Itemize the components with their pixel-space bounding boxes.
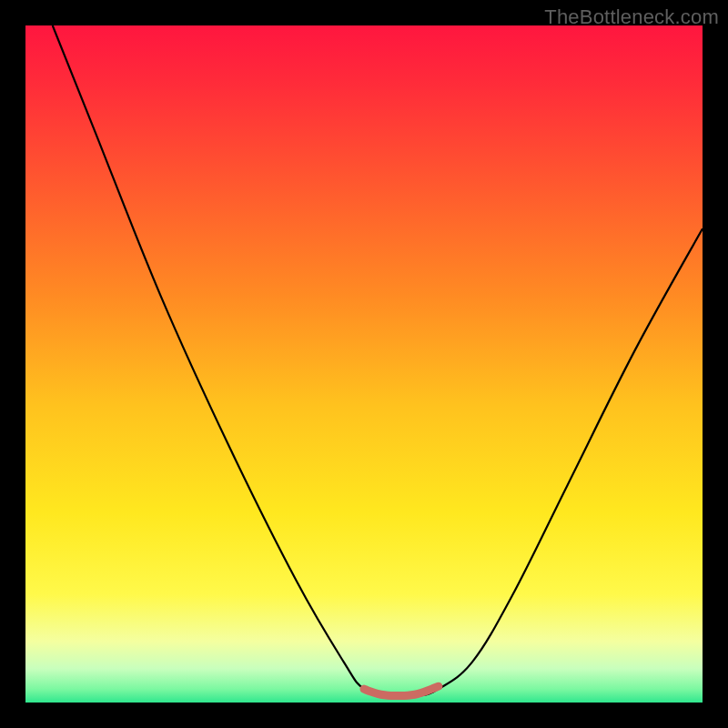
- bottleneck-curve: [53, 25, 703, 697]
- plot-area: [25, 25, 703, 703]
- trough-marker: [364, 686, 439, 695]
- curve-layer: [25, 25, 703, 703]
- chart-frame: TheBottleneck.com: [0, 0, 728, 728]
- watermark-text: TheBottleneck.com: [544, 5, 719, 29]
